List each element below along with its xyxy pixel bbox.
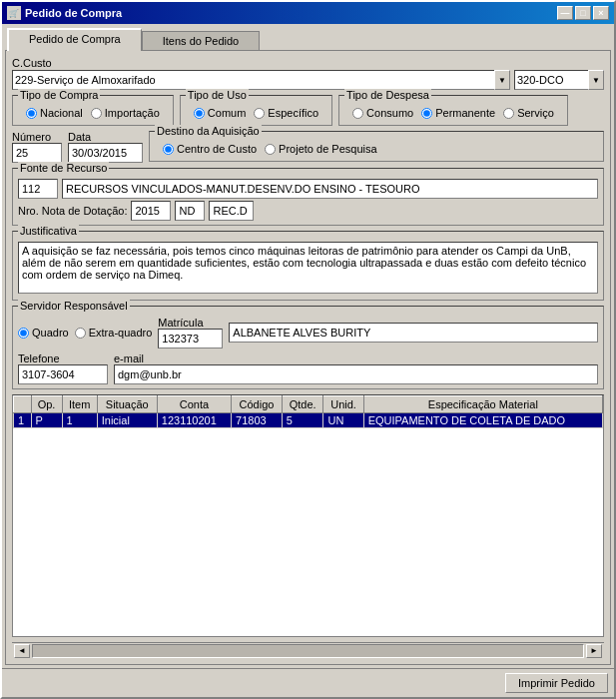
data-group: Data [68,131,143,163]
justificativa-box: Justificativa A aquisição se faz necessá… [12,231,604,301]
tipo-compra-legend: Tipo de Compra [18,89,100,101]
fonte-desc-input[interactable] [62,179,598,199]
numero-group: Número [12,131,62,163]
numero-data-destino-row: Número Data Destino da Aquisição Centro … [12,131,604,163]
telefone-input[interactable] [18,364,108,384]
tipo-despesa-permanente: Permanente [421,107,495,119]
tipo-compra-radio-group: Nacional Importação [21,104,165,122]
tipo-despesa-consumo-radio[interactable] [352,108,363,119]
destino-centro-custo-radio[interactable] [163,144,174,155]
tipo-despesa-permanente-label: Permanente [435,107,495,119]
cell-especificacao: EQUIPAMENTO DE COLETA DE DADO [363,413,602,428]
scroll-track[interactable] [32,644,584,658]
col-unid: Unid. [323,396,363,413]
ccusto-code-arrow[interactable]: ▼ [588,70,604,90]
tipo-compra-importacao-radio[interactable] [91,108,102,119]
email-group: e-mail [114,352,598,384]
ccusto-group: C.Custo 229-Serviço de Almoxarifado ▼ 32… [12,57,604,90]
dotacao-year-input[interactable] [131,201,171,221]
ccusto-row: 229-Serviço de Almoxarifado ▼ 320-DCO ▼ [12,70,604,90]
cell-conta: 123110201 [157,413,231,428]
tipo-row: Tipo de Compra Nacional Importação Tipo … [12,95,604,126]
tipo-uso-radio-group: Comum Específico [189,104,323,122]
table-body: 1 P 1 Inicial 123110201 71803 5 UN EQUIP… [14,413,603,428]
tipo-uso-comum-radio[interactable] [194,108,205,119]
ccusto-select-wrapper: 229-Serviço de Almoxarifado ▼ [12,70,510,90]
destino-projeto-pesquisa-radio[interactable] [265,144,276,155]
servidor-extra-label: Extra-quadro [89,327,153,339]
servidor-extra-radio[interactable] [75,328,86,339]
dotacao-rec-input[interactable] [209,201,254,221]
tipo-compra-nacional: Nacional [26,107,83,119]
dotacao-label: Nro. Nota de Dotação: [18,205,127,217]
email-input[interactable] [114,364,598,384]
ccusto-code-wrapper: 320-DCO ▼ [514,70,604,90]
tipo-compra-nacional-radio[interactable] [26,108,37,119]
matricula-input[interactable] [158,329,223,349]
fonte-box: Fonte de Recurso Nro. Nota de Dotação: [12,168,604,226]
col-op: Op. [31,396,62,413]
data-table-container[interactable]: Op. Item Situação Conta Código Qtde. Uni… [12,394,604,637]
cell-codigo: 71803 [232,413,283,428]
servidor-row1: Quadro Extra-quadro Matrícula [18,317,598,349]
destino-box: Destino da Aquisição Centro de Custo Pro… [149,131,604,162]
fonte-code-input[interactable] [18,179,58,199]
tab-pedido-compra[interactable]: Pedido de Compra [7,28,142,51]
table-row[interactable]: 1 P 1 Inicial 123110201 71803 5 UN EQUIP… [14,413,603,428]
destino-centro-custo-label: Centro de Custo [177,143,257,155]
cell-situacao: Inicial [97,413,157,428]
justificativa-textarea[interactable]: A aquisição se faz necessária, pois temo… [18,242,598,294]
col-conta: Conta [157,396,231,413]
close-button[interactable]: × [593,6,609,20]
scroll-right-button[interactable]: ► [586,644,602,658]
window-icon: 🛒 [7,6,21,20]
fonte-inner-row [18,179,598,199]
email-label: e-mail [114,352,598,364]
tipo-uso-especifico-radio[interactable] [254,108,265,119]
col-qtde: Qtde. [282,396,323,413]
tipo-compra-box: Tipo de Compra Nacional Importação [12,95,174,126]
destino-legend: Destino da Aquisição [155,125,262,137]
dotacao-row: Nro. Nota de Dotação: [18,201,598,221]
tabs-row: Pedido de Compra Itens do Pedido [2,24,614,50]
title-bar-buttons: — □ × [557,6,609,20]
tipo-despesa-box: Tipo de Despesa Consumo Permanente Servi… [338,95,568,126]
tipo-compra-nacional-label: Nacional [40,107,83,119]
ccusto-dropdown-arrow[interactable]: ▼ [494,70,510,90]
servidor-quadro-radio[interactable] [18,328,29,339]
maximize-button[interactable]: □ [575,6,591,20]
tipo-uso-especifico: Específico [254,107,318,119]
title-bar-left: 🛒 Pedido de Compra [7,6,122,20]
servidor-box: Servidor Responsável Quadro Extra-quadro… [12,306,604,389]
tipo-despesa-servico-radio[interactable] [503,108,514,119]
destino-projeto-pesquisa-label: Projeto de Pesquisa [279,143,376,155]
cell-op: P [31,413,62,428]
tab-itens-pedido[interactable]: Itens do Pedido [142,31,260,50]
print-button[interactable]: Imprimir Pedido [505,673,608,693]
numero-input[interactable] [12,143,62,163]
servidor-name-input[interactable] [229,323,598,343]
minimize-button[interactable]: — [557,6,573,20]
col-especificacao: Especificação Material [363,396,602,413]
tipo-uso-comum: Comum [194,107,247,119]
cell-num: 1 [14,413,32,428]
col-situacao: Situação [97,396,157,413]
servidor-legend: Servidor Responsável [18,300,130,312]
scroll-left-button[interactable]: ◄ [14,644,30,658]
destino-radio-group: Centro de Custo Projeto de Pesquisa [158,140,595,158]
dotacao-nd-input[interactable] [175,201,205,221]
tipo-despesa-permanente-radio[interactable] [421,108,432,119]
tipo-uso-especifico-label: Específico [268,107,318,119]
ccusto-select[interactable]: 229-Serviço de Almoxarifado [12,70,510,90]
servidor-extra-item: Extra-quadro [75,327,153,339]
data-input[interactable] [68,143,143,163]
servidor-quadro-item: Quadro [18,327,69,339]
tipo-uso-box: Tipo de Uso Comum Específico [180,95,332,126]
fonte-legend: Fonte de Recurso [18,162,109,174]
cell-unid: UN [323,413,363,428]
telefone-label: Telefone [18,352,108,364]
tipo-despesa-consumo: Consumo [352,107,413,119]
footer-bar: Imprimir Pedido [2,668,614,697]
cell-item: 1 [62,413,97,428]
tipo-despesa-radio-group: Consumo Permanente Serviço [347,104,559,122]
